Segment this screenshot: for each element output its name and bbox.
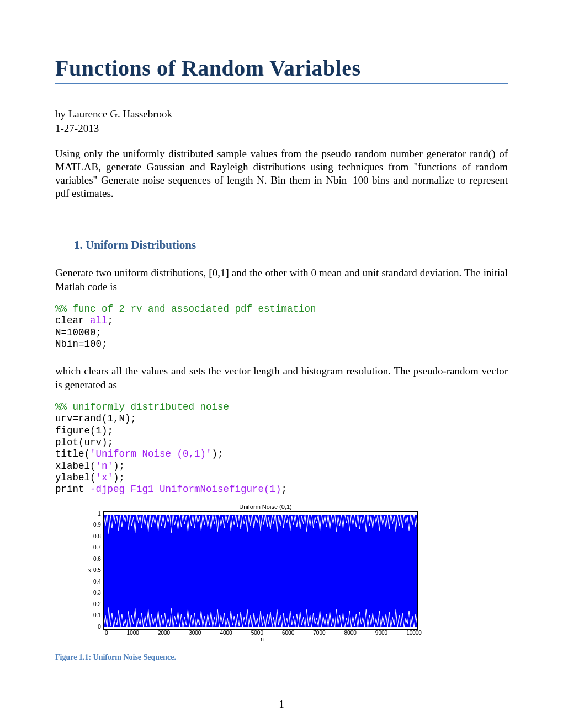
ytick: 1 <box>93 511 101 517</box>
figure-caption: Figure 1.1: Uniform Noise Sequence. <box>55 653 508 662</box>
xtick: 6000 <box>282 630 294 636</box>
code-line: print <box>55 484 90 495</box>
code-line: ylabel( <box>55 472 96 483</box>
ytick: 0.6 <box>93 556 101 562</box>
page-title: Functions of Random Variables <box>55 55 508 84</box>
code-line: ; <box>108 315 114 326</box>
ytick: 0.1 <box>93 613 101 618</box>
code-line: plot(urv); <box>55 437 113 448</box>
code-line: figure(1); <box>55 425 113 436</box>
chart-ylabel: x <box>88 511 93 630</box>
ytick: 0.2 <box>93 602 101 607</box>
uniform-noise-chart: Uniform Noise (0,1) x 1 0.9 0.8 0.7 0.6 … <box>88 504 443 642</box>
code-string: Fig1_UniformNoisefigure(1) <box>131 484 282 495</box>
code-line: ; <box>282 484 288 495</box>
code-string: 'x' <box>96 472 114 483</box>
code-line: Nbin=100; <box>55 339 108 350</box>
xtick: 5000 <box>251 630 263 636</box>
xtick: 7000 <box>313 630 325 636</box>
code-block-1: %% func of 2 rv and associated pdf estim… <box>55 303 508 350</box>
date-line: 1-27-2013 <box>55 121 508 136</box>
xtick: 8000 <box>344 630 357 636</box>
section-1-heading: 1. Uniform Distributions <box>74 238 508 252</box>
code-line: ); <box>212 448 224 459</box>
code-block-2: %% uniformly distributed noise urv=rand(… <box>55 402 508 496</box>
ytick: 0.8 <box>93 534 101 539</box>
xtick: 10000 <box>406 630 422 636</box>
plot-area <box>103 511 418 630</box>
ytick: 0.4 <box>93 579 101 585</box>
xtick: 2000 <box>158 630 170 636</box>
intro-paragraph: Using only the uniformly distributed sam… <box>55 147 508 200</box>
code-keyword: all <box>90 315 108 326</box>
chart-title: Uniform Noise (0,1) <box>88 504 443 510</box>
author-line: by Laurence G. Hassebrook <box>55 107 508 121</box>
ytick: 0.3 <box>93 590 101 596</box>
xtick: 9000 <box>375 630 387 636</box>
ytick: 0.9 <box>93 522 101 528</box>
ytick: 0 <box>93 624 101 630</box>
code-comment: %% func of 2 rv and associated pdf estim… <box>55 303 316 314</box>
code-comment: %% uniformly distributed noise <box>55 402 229 413</box>
code-line: ); <box>113 461 125 472</box>
document-page: Functions of Random Variables by Laurenc… <box>0 0 563 728</box>
chart-xticks: 0 1000 2000 3000 4000 5000 6000 7000 800… <box>105 630 422 636</box>
xtick: 1000 <box>127 630 139 636</box>
noise-edges-svg <box>104 512 417 629</box>
ytick: 0.5 <box>93 568 101 573</box>
code-string: 'n' <box>96 461 114 472</box>
code-line: xlabel( <box>55 461 96 472</box>
chart-xlabel: n <box>105 636 419 642</box>
code-string: 'Uniform Noise (0,1)' <box>90 448 212 459</box>
author-block: by Laurence G. Hassebrook 1-27-2013 <box>55 107 508 135</box>
xtick: 3000 <box>189 630 201 636</box>
code-string: -djpeg <box>90 484 131 495</box>
ytick: 0.7 <box>93 545 101 550</box>
figure-1: Uniform Noise (0,1) x 1 0.9 0.8 0.7 0.6 … <box>88 504 508 642</box>
xtick: 4000 <box>220 630 232 636</box>
section-1-p2: which clears all the values and sets the… <box>55 365 508 392</box>
code-line: N=10000; <box>55 327 102 338</box>
page-number: 1 <box>0 698 563 710</box>
chart-yticks: 1 0.9 0.8 0.7 0.6 0.5 0.4 0.3 0.2 0.1 0 <box>93 511 103 630</box>
code-line: urv=rand(1,N); <box>55 413 136 424</box>
section-1-p1: Generate two uniform distributions, [0,1… <box>55 266 508 293</box>
code-line: title( <box>55 448 90 459</box>
xtick: 0 <box>105 630 108 636</box>
code-line: clear <box>55 315 90 326</box>
code-line: ); <box>113 472 125 483</box>
